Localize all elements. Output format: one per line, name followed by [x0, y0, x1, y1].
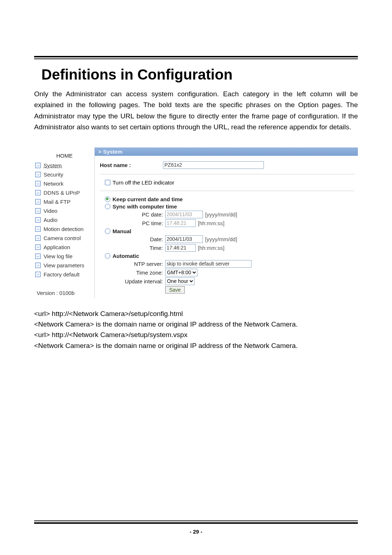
led-checkbox[interactable]	[105, 180, 110, 185]
pc-date-hint: [yyyy/mm/dd]	[205, 211, 237, 218]
nav-label: Video	[44, 208, 57, 214]
nav-label: Application	[44, 244, 70, 250]
nav-item-factory[interactable]: → Factory default	[34, 270, 94, 279]
nav-item-audio[interactable]: → Audio	[34, 215, 94, 224]
page-title: Definitions in Configuration	[41, 66, 358, 83]
hostname-input[interactable]	[163, 161, 264, 169]
breadcrumb: > System	[95, 147, 358, 156]
nav-item-camera[interactable]: → Camera control	[34, 234, 94, 243]
nav-label: Mail & FTP	[44, 199, 70, 205]
manual-date-label: Date:	[100, 236, 165, 242]
arrow-right-icon: →	[35, 217, 41, 223]
arrow-right-icon: →	[35, 208, 41, 214]
nav-label: Audio	[44, 217, 57, 223]
arrow-right-icon: →	[35, 244, 41, 250]
nav-label: Factory default	[44, 271, 79, 278]
intro-paragraph: Only the Administrator can access system…	[34, 89, 358, 133]
led-label: Turn off the LED indicator	[113, 179, 174, 186]
pc-time-label: PC time:	[100, 220, 165, 226]
pc-time-hint: [hh:mm:ss]	[198, 220, 224, 226]
opt-keep-label: Keep current date and time	[113, 196, 183, 202]
arrow-right-icon: →	[35, 181, 41, 186]
nav-label: View parameters	[44, 262, 84, 268]
radio-manual[interactable]	[105, 228, 110, 234]
tz-label: Time zone:	[100, 270, 165, 276]
ntp-label: NTP server:	[100, 261, 165, 267]
arrow-right-icon: →	[35, 163, 41, 168]
caption-line: <url> http://<Network Camera>/setup/conf…	[34, 308, 358, 319]
caption-line: <url> http://<Network Camera>/setup/syst…	[34, 329, 358, 340]
opt-sync-label: Sync with computer time	[113, 203, 177, 210]
nav-label: Security	[44, 171, 63, 178]
nav-item-viewlog[interactable]: → View log file	[34, 252, 94, 261]
page-number: - 29 -	[0, 528, 392, 535]
nav-item-motion[interactable]: → Motion detection	[34, 224, 94, 234]
manual-date-input[interactable]	[165, 235, 203, 243]
nav-label: DDNS & UPnP	[44, 190, 80, 196]
upd-label: Update interval:	[100, 278, 165, 284]
embedded-config-ui: HOME → System → Security → Network → DDN…	[34, 147, 358, 298]
arrow-right-icon: →	[35, 235, 41, 241]
arrow-right-icon: →	[35, 199, 41, 204]
pc-date-label: PC date:	[100, 211, 165, 218]
manual-time-label: Time:	[100, 245, 165, 251]
nav-home[interactable]: HOME	[34, 153, 94, 161]
radio-sync-computer[interactable]	[105, 204, 110, 209]
caption-line: <Network Camera> is the domain name or o…	[34, 340, 358, 351]
update-interval-select[interactable]: One hour	[165, 278, 195, 285]
nav-label: Motion detection	[44, 226, 83, 232]
opt-auto-label: Automatic	[113, 253, 139, 259]
nav-item-viewparams[interactable]: → View parameters	[34, 261, 94, 270]
arrow-right-icon: →	[35, 172, 41, 177]
opt-manual-label: Manual	[113, 228, 131, 234]
nav-item-mail[interactable]: → Mail & FTP	[34, 197, 94, 206]
nav-label: Camera control	[44, 235, 81, 241]
manual-time-hint: [hh:mm:ss]	[198, 245, 224, 251]
tz-select[interactable]: GMT+8:00	[165, 269, 197, 276]
radio-keep-current[interactable]	[105, 197, 110, 202]
manual-date-hint: [yyyy/mm/dd]	[205, 236, 237, 242]
nav-item-ddns[interactable]: → DDNS & UPnP	[34, 188, 94, 197]
arrow-right-icon: →	[35, 190, 41, 195]
radio-automatic[interactable]	[105, 253, 110, 259]
pc-date-input[interactable]	[165, 211, 203, 218]
save-button[interactable]: Save	[165, 286, 185, 293]
pc-time-input[interactable]	[165, 219, 196, 227]
version-text: Version : 0100b	[34, 279, 94, 296]
arrow-right-icon: →	[35, 254, 41, 259]
ntp-input[interactable]	[165, 260, 252, 268]
nav-label: System	[44, 162, 62, 169]
arrow-right-icon: →	[35, 226, 41, 232]
nav-item-network[interactable]: → Network	[34, 179, 94, 188]
nav-item-video[interactable]: → Video	[34, 206, 94, 215]
nav-item-security[interactable]: → Security	[34, 170, 94, 179]
hostname-label: Host name :	[100, 162, 163, 168]
nav-label: View log file	[44, 253, 73, 259]
nav-item-application[interactable]: → Application	[34, 243, 94, 252]
manual-time-input[interactable]	[165, 244, 196, 252]
nav-label: Network	[44, 181, 64, 187]
nav-item-system[interactable]: → System	[34, 161, 94, 170]
arrow-right-icon: →	[35, 272, 41, 277]
arrow-right-icon: →	[35, 263, 41, 268]
caption-line: <Network Camera> is the domain name or o…	[34, 319, 358, 329]
